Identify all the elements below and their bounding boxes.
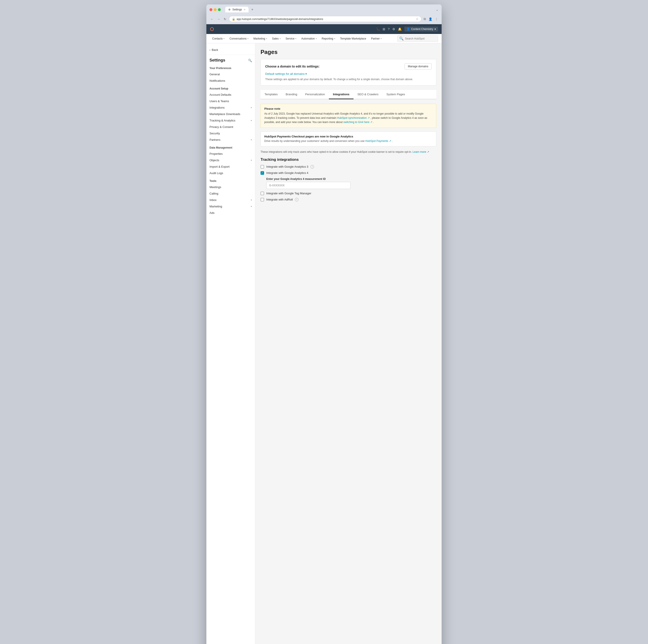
tab-templates[interactable]: Templates bbox=[261, 90, 282, 99]
sidebar-item-security[interactable]: Security bbox=[206, 130, 255, 137]
refresh-nav-button[interactable]: ↻ bbox=[223, 16, 227, 22]
gtm-checkbox-row: Integrate with Google Tag Manager bbox=[261, 192, 436, 195]
bookmark-icon[interactable]: ☆ bbox=[416, 17, 419, 21]
adroll-checkbox[interactable] bbox=[261, 198, 264, 201]
account-switcher[interactable]: 👤 Content Chemistry ▾ bbox=[404, 27, 438, 32]
menu-reporting[interactable]: Reporting ▾ bbox=[320, 36, 337, 42]
content-area: Pages Choose a domain to edit its settin… bbox=[255, 43, 442, 644]
sidebar-item-account-defaults[interactable]: Account Defaults bbox=[206, 92, 255, 98]
sidebar-item-audit-logs[interactable]: Audit Logs bbox=[206, 170, 255, 176]
tab-branding[interactable]: Branding bbox=[282, 90, 301, 99]
section-data-management: Data Management bbox=[206, 143, 255, 151]
tab-integrations[interactable]: Integrations bbox=[329, 90, 353, 99]
menu-marketing[interactable]: Marketing ▾ bbox=[251, 36, 269, 42]
notice-text: As of 2 July 2023, Google has replaced U… bbox=[264, 112, 433, 125]
ga3-checkbox[interactable] bbox=[261, 165, 264, 168]
partners-chevron-icon: ▾ bbox=[251, 139, 252, 141]
sidebar-item-users-teams[interactable]: Users & Teams bbox=[206, 98, 255, 104]
phone-icon[interactable]: 📞 bbox=[376, 27, 380, 31]
maximize-traffic-light[interactable] bbox=[218, 8, 221, 11]
domain-link[interactable]: Default settings for all domains ▾ bbox=[265, 72, 307, 76]
hubspot-sync-link[interactable]: HubSpot synchronization ↗ bbox=[337, 116, 370, 119]
contacts-arrow-icon: ▾ bbox=[223, 38, 225, 40]
sidebar-title: Settings 🔍 bbox=[206, 58, 255, 63]
inbox-chevron-icon: ▾ bbox=[251, 199, 252, 201]
search-input[interactable] bbox=[405, 37, 436, 40]
sidebar-item-tracking-analytics[interactable]: Tracking & Analytics ▾ bbox=[206, 117, 255, 124]
sidebar-item-notifications[interactable]: Notifications bbox=[206, 78, 255, 84]
gtm-checkbox[interactable] bbox=[261, 192, 264, 195]
learn-more-link[interactable]: Learn more ↗ bbox=[413, 150, 429, 153]
back-arrow-icon: ‹ bbox=[210, 48, 210, 52]
main-layout: ‹ Back Settings 🔍 Your Preferences Gener… bbox=[206, 43, 442, 644]
tab-seo-crawlers[interactable]: SEO & Crawlers bbox=[354, 90, 383, 99]
hubspot-payments-link[interactable]: HubSpot Payments ↗ bbox=[365, 140, 391, 143]
notifications-icon[interactable]: 🔔 bbox=[398, 27, 402, 31]
help-icon[interactable]: ? bbox=[388, 27, 390, 31]
back-nav-button[interactable]: ← bbox=[210, 16, 214, 22]
adroll-info-icon[interactable]: i bbox=[295, 198, 299, 201]
more-options-icon[interactable]: ⋮ bbox=[434, 17, 438, 21]
sidebar-item-marketplace-downloads[interactable]: Marketplace Downloads bbox=[206, 111, 255, 117]
menu-automation[interactable]: Automation ▾ bbox=[299, 36, 319, 42]
manage-domains-button[interactable]: Manage domains bbox=[404, 63, 432, 69]
adroll-label: Integrate with AdRoll bbox=[266, 198, 293, 201]
browser-window: ⚙ Settings ✕ + ⌄ ← → ↻ 🔒 app.hubspot.com… bbox=[206, 4, 442, 644]
account-name: Content Chemistry bbox=[411, 28, 433, 31]
settings-icon[interactable]: ⚙ bbox=[392, 27, 395, 31]
sales-arrow-icon: ▾ bbox=[280, 38, 281, 40]
sidebar-item-ads[interactable]: Ads bbox=[206, 210, 255, 216]
menu-partner[interactable]: Partner ▾ bbox=[369, 36, 384, 42]
sidebar-item-import-export[interactable]: Import & Export bbox=[206, 163, 255, 170]
ga4-switch-link[interactable]: switching to GA4 here ↗ bbox=[343, 120, 372, 124]
sidebar-search-icon[interactable]: 🔍 bbox=[248, 59, 252, 62]
tracking-section-title: Tracking integrations bbox=[261, 157, 436, 162]
menu-sales[interactable]: Sales ▾ bbox=[270, 36, 283, 42]
menu-service[interactable]: Service ▾ bbox=[283, 36, 299, 42]
traffic-lights bbox=[210, 8, 221, 11]
ga4-input-section: Enter your Google Analytics 4 measuremen… bbox=[266, 178, 436, 189]
integrations-chevron-icon: ▾ bbox=[251, 106, 252, 109]
hubspot-nav: ⬡ 📞 ⊞ ? ⚙ 🔔 👤 Content Chemistry ▾ bbox=[206, 24, 442, 34]
close-traffic-light[interactable] bbox=[210, 8, 212, 11]
sidebar-item-meetings[interactable]: Meetings bbox=[206, 184, 255, 190]
profile-icon[interactable]: 👤 bbox=[428, 17, 433, 21]
sidebar-item-properties[interactable]: Properties bbox=[206, 151, 255, 157]
reporting-arrow-icon: ▾ bbox=[334, 38, 335, 40]
ga3-info-icon[interactable]: i bbox=[311, 165, 314, 168]
sidebar-item-objects[interactable]: Objects ▾ bbox=[206, 157, 255, 163]
page-title: Pages bbox=[261, 49, 436, 55]
new-tab-button[interactable]: + bbox=[250, 7, 255, 11]
sidebar-item-integrations[interactable]: Integrations ▾ bbox=[206, 104, 255, 111]
tab-personalization[interactable]: Personalization bbox=[301, 90, 329, 99]
sidebar-item-partners[interactable]: Partners ▾ bbox=[206, 137, 255, 143]
objects-chevron-icon: ▾ bbox=[251, 159, 252, 161]
domain-description: These settings are applied to all your d… bbox=[265, 77, 432, 81]
grid-icon[interactable]: ⊞ bbox=[383, 27, 385, 31]
top-search[interactable]: 🔍 bbox=[397, 35, 438, 42]
adroll-checkbox-row: Integrate with AdRoll i bbox=[261, 198, 436, 201]
back-button[interactable]: ‹ Back bbox=[206, 47, 255, 55]
menu-template-marketplace[interactable]: Template Marketplace bbox=[338, 36, 368, 42]
menu-contacts[interactable]: Contacts ▾ bbox=[210, 36, 227, 42]
menu-conversations[interactable]: Conversations ▾ bbox=[227, 36, 251, 42]
ga4-checkbox-row: Integrate with Google Analytics 4 bbox=[261, 171, 436, 175]
forward-nav-button[interactable]: → bbox=[216, 16, 221, 22]
extensions-icon[interactable]: ⧉ bbox=[423, 17, 426, 21]
url-bar[interactable]: 🔒 app.hubspot.com/settings/718833/websit… bbox=[229, 16, 421, 22]
sidebar-item-inbox[interactable]: Inbox ▾ bbox=[206, 197, 255, 203]
minimize-traffic-light[interactable] bbox=[214, 8, 217, 11]
info-box-title: HubSpot Payments Checkout pages are now … bbox=[264, 135, 433, 138]
sidebar-item-calling[interactable]: Calling bbox=[206, 190, 255, 197]
tab-system-pages[interactable]: System Pages bbox=[382, 90, 409, 99]
ga4-measurement-id-input[interactable] bbox=[266, 182, 350, 189]
hubspot-logo: ⬡ bbox=[210, 27, 214, 32]
sidebar-item-general[interactable]: General bbox=[206, 71, 255, 78]
section-your-preferences: Your Preferences bbox=[206, 63, 255, 71]
ga4-checkbox[interactable] bbox=[261, 171, 264, 175]
tab-close-btn[interactable]: ✕ bbox=[244, 8, 246, 11]
active-tab[interactable]: ⚙ Settings ✕ bbox=[225, 7, 249, 12]
tab-dropdown-icon[interactable]: ⌄ bbox=[436, 8, 438, 11]
sidebar-item-privacy-consent[interactable]: Privacy & Consent bbox=[206, 124, 255, 130]
sidebar-item-marketing-tools[interactable]: Marketing ▾ bbox=[206, 203, 255, 210]
